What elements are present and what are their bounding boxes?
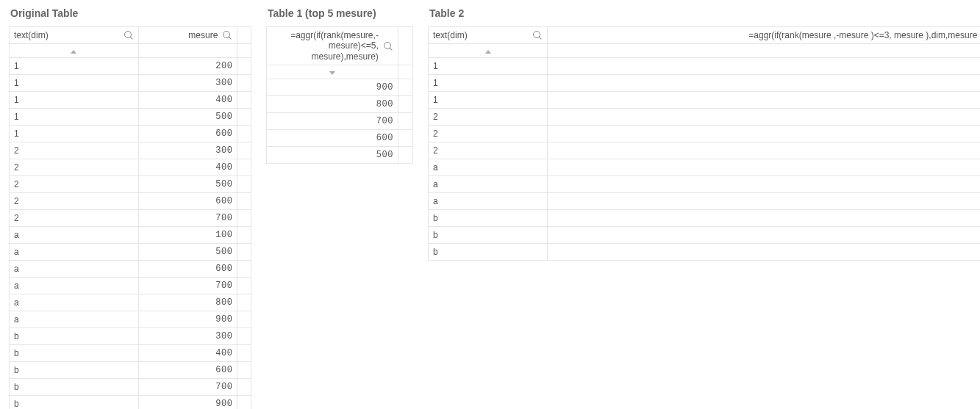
cell-dim: a <box>429 193 548 210</box>
cell-value: 800 <box>267 96 398 113</box>
table-row[interactable]: 1400 <box>10 92 251 109</box>
table-row[interactable]: 2500 <box>10 176 251 193</box>
cell-dim: b <box>429 210 548 227</box>
cell-dim: a <box>10 227 139 244</box>
cell-mesure: 400 <box>138 92 237 109</box>
table-row[interactable]: 2400 <box>10 159 251 176</box>
table-row[interactable]: 700 <box>267 113 413 130</box>
cell-dim: 2 <box>10 176 139 193</box>
cell-value: 900 <box>548 210 980 227</box>
table1-panel: Table 1 (top 5 mesure) =aggr(if(rank(mes… <box>266 7 413 164</box>
table-row[interactable]: 500 <box>267 147 413 164</box>
col-header-aggr-label: =aggr(if(rank(mesure ,-mesure )<=3, mesu… <box>552 30 980 40</box>
table-row[interactable]: 1500 <box>10 109 251 126</box>
table-row[interactable]: b300 <box>10 328 251 345</box>
table-row[interactable]: 2700 <box>10 210 251 227</box>
spacer-cell <box>237 176 251 193</box>
cell-mesure: 400 <box>138 159 237 176</box>
table-row[interactable]: a900 <box>10 311 251 328</box>
search-icon[interactable] <box>222 30 232 40</box>
sort-asc-icon[interactable] <box>71 50 76 54</box>
table-row[interactable]: 2300 <box>10 142 251 159</box>
spacer-col <box>398 27 412 65</box>
table-row[interactable]: 900 <box>267 79 413 96</box>
table-row[interactable]: b900 <box>10 396 251 409</box>
table-row[interactable]: a600 <box>10 261 251 278</box>
cell-mesure: 400 <box>138 345 237 362</box>
spacer-cell <box>237 328 251 345</box>
search-icon[interactable] <box>532 30 543 40</box>
table-row[interactable]: b900 <box>429 210 981 227</box>
cell-value: 600 <box>548 58 980 75</box>
table-row[interactable]: b700 <box>429 227 981 244</box>
table-row[interactable]: b600 <box>10 362 251 379</box>
spacer-cell <box>237 75 251 92</box>
sort-asc-icon[interactable] <box>485 50 491 54</box>
col-header-dim[interactable]: text(dim) <box>429 27 548 44</box>
table-row[interactable]: 2600 <box>429 126 981 142</box>
cell-dim: 2 <box>10 159 139 176</box>
cell-dim: 2 <box>429 109 548 126</box>
spacer-cell <box>237 126 251 142</box>
col-header-dim-label: text(dim) <box>14 30 119 40</box>
cell-mesure: 500 <box>138 244 237 261</box>
col-header-aggr[interactable]: =aggr(if(rank(mesure,-mesure)<=5, mesure… <box>267 27 398 65</box>
spacer-col <box>237 27 251 44</box>
spacer-cell <box>237 109 251 126</box>
cell-value: 700 <box>548 227 980 244</box>
spacer-cell <box>398 147 412 164</box>
cell-dim: 2 <box>10 193 139 210</box>
spacer-cell <box>237 92 251 109</box>
cell-value: 800 <box>548 176 980 193</box>
cell-dim: a <box>10 244 139 261</box>
sort-desc-icon[interactable] <box>329 71 335 75</box>
spacer-cell <box>237 227 251 244</box>
cell-value: 700 <box>548 193 980 210</box>
table-row[interactable]: 2700 <box>429 109 981 126</box>
col-header-dim-label: text(dim) <box>433 30 528 40</box>
col-header-aggr[interactable]: =aggr(if(rank(mesure ,-mesure )<=3, mesu… <box>548 27 980 44</box>
cell-value: 500 <box>267 147 398 164</box>
table-row[interactable]: 800 <box>267 96 413 113</box>
table-row[interactable]: a500 <box>10 244 251 261</box>
table-row[interactable]: a700 <box>429 193 981 210</box>
table-row[interactable]: 1600 <box>429 58 981 75</box>
cell-mesure: 100 <box>138 227 237 244</box>
table-row[interactable]: a900 <box>429 159 981 176</box>
table-row[interactable]: 2500 <box>429 142 981 159</box>
table-row[interactable]: 1200 <box>10 58 251 75</box>
table-row[interactable]: 1600 <box>10 126 251 142</box>
original-table-title: Original Table <box>9 7 251 19</box>
cell-value: 600 <box>548 126 980 142</box>
table1: =aggr(if(rank(mesure,-mesure)<=5, mesure… <box>266 26 413 164</box>
table-row[interactable]: a800 <box>10 294 251 311</box>
col-header-mesure[interactable]: mesure <box>138 27 237 44</box>
table-row[interactable]: 1300 <box>10 75 251 92</box>
cell-mesure: 700 <box>138 210 237 227</box>
table-row[interactable]: 600 <box>267 130 413 147</box>
search-icon[interactable] <box>124 30 134 40</box>
cell-dim: 2 <box>429 126 548 142</box>
table-row[interactable]: b700 <box>10 379 251 396</box>
cell-mesure: 300 <box>138 142 237 159</box>
cell-dim: b <box>429 227 548 244</box>
spacer-cell <box>237 396 251 409</box>
table-row[interactable]: a800 <box>429 176 981 193</box>
search-icon[interactable] <box>383 41 393 51</box>
table-row[interactable]: b400 <box>10 345 251 362</box>
table-row[interactable]: 1500 <box>429 75 981 92</box>
cell-value: 500 <box>548 142 980 159</box>
table-row[interactable]: a100 <box>10 227 251 244</box>
cell-value: 600 <box>548 244 980 261</box>
spacer-cell <box>398 79 412 96</box>
table-row[interactable]: 2600 <box>10 193 251 210</box>
cell-dim: a <box>10 311 139 328</box>
table-row[interactable]: 1400 <box>429 92 981 109</box>
table-row[interactable]: b600 <box>429 244 981 261</box>
cell-dim: 1 <box>429 92 548 109</box>
table-row[interactable]: a700 <box>10 278 251 294</box>
cell-mesure: 900 <box>138 311 237 328</box>
original-table-panel: Original Table text(dim) mesure <box>9 7 251 409</box>
cell-mesure: 600 <box>138 126 237 142</box>
col-header-dim[interactable]: text(dim) <box>10 27 139 44</box>
